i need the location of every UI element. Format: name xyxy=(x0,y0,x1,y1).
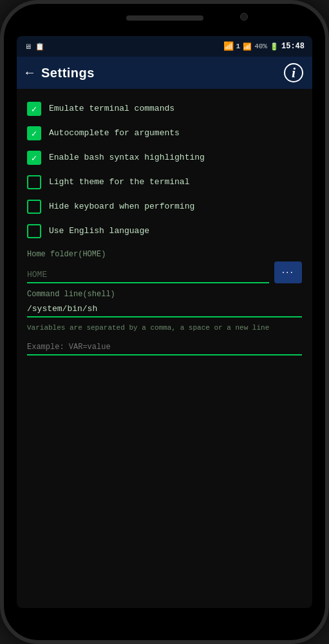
command-line-input[interactable] xyxy=(27,301,302,317)
clipboard-icon: 📋 xyxy=(35,43,44,51)
bash-syntax-label: Enable bash syntax highlighting xyxy=(49,153,205,164)
list-item[interactable]: Autocomplete for arguments xyxy=(27,121,302,146)
home-folder-row: ··· xyxy=(27,261,302,283)
emulate-terminal-label: Emulate terminal commands xyxy=(49,104,174,115)
list-item[interactable]: Emulate terminal commands xyxy=(27,97,302,121)
variables-description: Variables are separated by a comma, a sp… xyxy=(27,323,302,334)
signal-icon: 📶 xyxy=(243,43,252,51)
camera xyxy=(240,13,248,21)
home-folder-input[interactable] xyxy=(27,267,269,283)
sim-icon: 1 xyxy=(236,43,241,50)
battery-icon: 🔋 xyxy=(270,43,279,51)
hide-keyboard-label: Hide keyboard when performing xyxy=(49,202,194,213)
autocomplete-args-label: Autocomplete for arguments xyxy=(49,128,180,139)
speaker-bar xyxy=(126,15,203,21)
home-folder-label: Home folder(HOME) xyxy=(27,250,302,259)
list-item[interactable]: Light theme for the terminal xyxy=(27,170,302,194)
phone-frame: 🖥 📋 📶 1 📶 40% 🔋 15:48 ← Settings xyxy=(0,0,329,644)
list-item[interactable]: Enable bash syntax highlighting xyxy=(27,146,302,170)
screen: 🖥 📋 📶 1 📶 40% 🔋 15:48 ← Settings xyxy=(17,36,312,608)
settings-content: Emulate terminal commands Autocomplete f… xyxy=(17,89,312,608)
battery-level: 40% xyxy=(254,43,267,50)
light-theme-checkbox[interactable] xyxy=(27,175,41,189)
english-lang-checkbox[interactable] xyxy=(27,224,41,238)
status-bar: 🖥 📋 📶 1 📶 40% 🔋 15:48 xyxy=(17,36,312,57)
browse-button[interactable]: ··· xyxy=(274,261,302,283)
status-time: 15:48 xyxy=(281,42,305,51)
wifi-icon: 📶 xyxy=(223,41,234,52)
command-line-label: Command line(shell) xyxy=(27,290,302,299)
variables-example-input[interactable] xyxy=(27,340,302,355)
light-theme-label: Light theme for the terminal xyxy=(49,177,189,188)
hide-keyboard-checkbox[interactable] xyxy=(27,200,41,214)
variables-section: Variables are separated by a comma, a sp… xyxy=(27,323,302,355)
english-lang-label: Use English language xyxy=(49,226,149,237)
autocomplete-args-checkbox[interactable] xyxy=(27,126,41,140)
emulate-terminal-checkbox[interactable] xyxy=(27,102,41,116)
command-line-section: Command line(shell) xyxy=(27,290,302,317)
action-bar: ← Settings i xyxy=(17,57,312,89)
list-item[interactable]: Hide keyboard when performing xyxy=(27,194,302,219)
info-button[interactable]: i xyxy=(284,63,303,82)
bash-syntax-checkbox[interactable] xyxy=(27,151,41,165)
back-button[interactable]: ← xyxy=(26,66,33,80)
list-item[interactable]: Use English language xyxy=(27,219,302,243)
home-folder-section: Home folder(HOME) ··· xyxy=(27,250,302,283)
page-title: Settings xyxy=(41,66,95,80)
monitor-icon: 🖥 xyxy=(24,43,32,51)
